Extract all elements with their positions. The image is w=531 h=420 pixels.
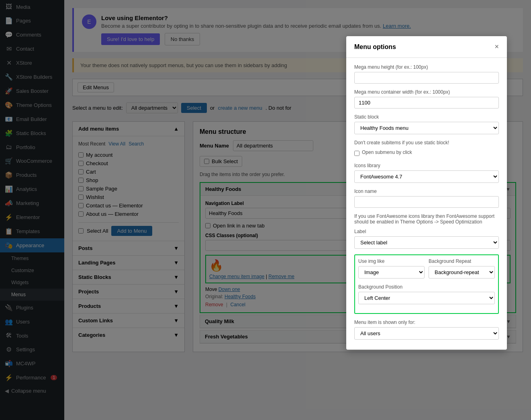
bg-position-field: Background Position Left Center	[358, 284, 495, 304]
use-img-like-section: Use img like Image Background Repeat Bac…	[354, 254, 499, 314]
open-submenu-field: Open submenu by click	[354, 150, 499, 157]
mega-menu-height-field: Mega menu height (for ex.: 100px)	[354, 64, 499, 84]
bg-repeat-select[interactable]: Background-repeat	[429, 266, 495, 279]
static-block-select[interactable]: Healthy Foods menu	[354, 122, 499, 134]
modal-title: Menu options	[354, 43, 396, 51]
bg-position-select[interactable]: Left Center	[358, 292, 495, 304]
bg-repeat-field: Background Repeat Background-repeat	[429, 258, 495, 279]
use-img-like-select[interactable]: Image	[358, 266, 425, 279]
mega-menu-width-field: Mega menu container width (for ex.: 1000…	[354, 89, 499, 109]
menu-item-shown-select[interactable]: All users	[354, 327, 499, 340]
img-repeat-row: Use img like Image Background Repeat Bac…	[358, 258, 495, 284]
icon-name-field: Icon name	[354, 188, 499, 208]
static-block-note: Don't create subitems if you use static …	[354, 140, 499, 145]
main-content: E Love using Elementor? Become a super c…	[64, 0, 531, 420]
modal-header: Menu options ×	[346, 36, 507, 58]
icon-name-input[interactable]	[354, 196, 499, 208]
modal-close-button[interactable]: ×	[494, 43, 499, 51]
use-img-like-field: Use img like Image	[358, 258, 425, 279]
label-field: Label Select label	[354, 229, 499, 249]
icon-note: If you use FontAwesome icons library the…	[354, 213, 499, 225]
menu-item-shown-field: Menu item is shown only for: All users	[354, 320, 499, 340]
menu-options-modal: Menu options × Mega menu height (for ex.…	[346, 36, 507, 350]
icons-library-select[interactable]: FontAwesome 4.7	[354, 170, 499, 183]
modal-body: Mega menu height (for ex.: 100px) Mega m…	[346, 58, 507, 350]
open-submenu-row: Open submenu by click	[354, 150, 499, 157]
icons-library-field: Icons library FontAwesome 4.7	[354, 163, 499, 183]
open-submenu-checkbox[interactable]	[354, 151, 359, 156]
static-block-field: Static block Healthy Foods menu	[354, 114, 499, 134]
mega-menu-width-input[interactable]	[354, 97, 499, 109]
modal-overlay[interactable]: Menu options × Mega menu height (for ex.…	[64, 0, 531, 420]
label-select[interactable]: Select label	[354, 236, 499, 249]
mega-menu-height-input[interactable]	[354, 72, 499, 84]
